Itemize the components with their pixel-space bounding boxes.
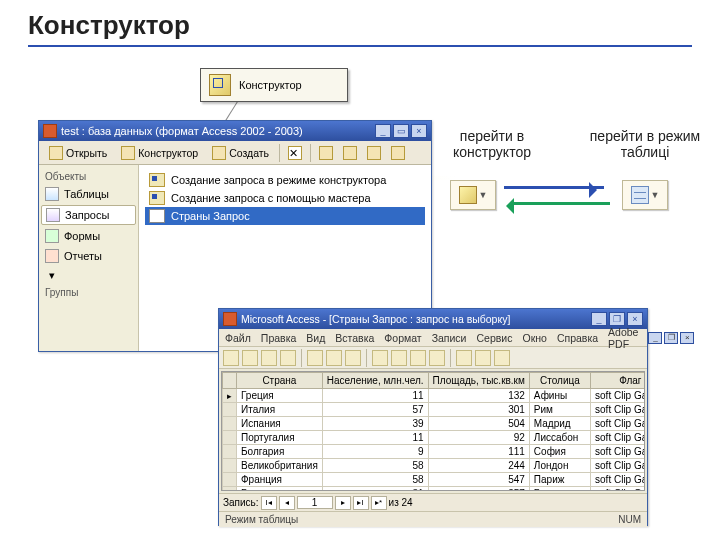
paste-button[interactable] — [345, 350, 361, 366]
list-item[interactable]: Создание запроса в режиме конструктора — [145, 171, 425, 189]
column-header[interactable]: Столица — [529, 373, 590, 389]
inner-minimize-button[interactable]: _ — [648, 332, 662, 344]
list-item-selected[interactable]: Страны Запрос — [145, 207, 425, 225]
data-grid[interactable]: Страна Население, млн.чел. Площадь, тыс.… — [221, 371, 645, 491]
preview-button[interactable] — [280, 350, 296, 366]
cell-area[interactable]: 504 — [428, 417, 529, 431]
cell-capital[interactable]: Афины — [529, 389, 590, 403]
cell-capital[interactable]: Лиссабон — [529, 431, 590, 445]
cell-area[interactable]: 547 — [428, 473, 529, 487]
row-selector[interactable] — [223, 473, 237, 487]
nav-next-button[interactable]: ▸ — [335, 496, 351, 510]
sidebar-item-queries[interactable]: Запросы — [41, 205, 136, 225]
cell-population[interactable]: 11 — [322, 431, 428, 445]
table-row[interactable]: Франция58547Парижsoft Clip Gallery — [223, 473, 646, 487]
new-record-button[interactable] — [456, 350, 472, 366]
sort-desc-button[interactable] — [391, 350, 407, 366]
column-header[interactable]: Флаг — [591, 373, 645, 389]
delete-button[interactable]: ✕ — [284, 144, 306, 162]
nav-first-button[interactable]: І◂ — [261, 496, 277, 510]
cell-country[interactable]: Италия — [237, 403, 323, 417]
cell-population[interactable]: 58 — [322, 473, 428, 487]
menu-window[interactable]: Окно — [522, 332, 546, 344]
cell-area[interactable]: 132 — [428, 389, 529, 403]
cell-capital[interactable]: Рим — [529, 403, 590, 417]
cell-population[interactable]: 81 — [322, 487, 428, 492]
cell-country[interactable]: Великобритания — [237, 459, 323, 473]
cell-population[interactable]: 11 — [322, 389, 428, 403]
cell-population[interactable]: 9 — [322, 445, 428, 459]
cell-country[interactable]: Франция — [237, 473, 323, 487]
cell-capital[interactable]: Бонн — [529, 487, 590, 492]
find-button[interactable] — [429, 350, 445, 366]
row-selector[interactable] — [223, 389, 237, 403]
delete-record-button[interactable] — [475, 350, 491, 366]
table-row[interactable]: Португалия1192Лиссабонsoft Clip Gallery — [223, 431, 646, 445]
datasheet-view-button[interactable]: ▼ — [622, 180, 668, 210]
cell-country[interactable]: Испания — [237, 417, 323, 431]
menu-edit[interactable]: Правка — [261, 332, 296, 344]
menu-tools[interactable]: Сервис — [477, 332, 513, 344]
table-row[interactable]: Германия81357Боннsoft Clip Gallery — [223, 487, 646, 492]
cell-capital[interactable]: Париж — [529, 473, 590, 487]
menu-help[interactable]: Справка — [557, 332, 598, 344]
menu-format[interactable]: Формат — [384, 332, 421, 344]
cell-population[interactable]: 58 — [322, 459, 428, 473]
view-button[interactable] — [223, 350, 239, 366]
help-button[interactable] — [494, 350, 510, 366]
menu-records[interactable]: Записи — [432, 332, 467, 344]
sidebar-item-reports[interactable]: Отчеты — [39, 246, 138, 266]
cell-capital[interactable]: Мадрид — [529, 417, 590, 431]
cell-flag[interactable]: soft Clip Gallery — [591, 403, 645, 417]
row-selector[interactable] — [223, 403, 237, 417]
copy-button[interactable] — [326, 350, 342, 366]
cell-flag[interactable]: soft Clip Gallery — [591, 487, 645, 492]
nav-prev-button[interactable]: ◂ — [279, 496, 295, 510]
row-selector-header[interactable] — [223, 373, 237, 389]
nav-position-input[interactable] — [297, 496, 333, 509]
row-selector[interactable] — [223, 459, 237, 473]
view-small-icons-button[interactable] — [339, 144, 361, 162]
inner-close-button[interactable]: × — [680, 332, 694, 344]
cell-country[interactable]: Болгария — [237, 445, 323, 459]
menu-file[interactable]: Файл — [225, 332, 251, 344]
cell-area[interactable]: 301 — [428, 403, 529, 417]
table-row[interactable]: Великобритания58244Лондонsoft Clip Galle… — [223, 459, 646, 473]
open-button[interactable]: Открыть — [43, 144, 113, 162]
cell-capital[interactable]: София — [529, 445, 590, 459]
cell-area[interactable]: 357 — [428, 487, 529, 492]
cell-capital[interactable]: Лондон — [529, 459, 590, 473]
inner-restore-button[interactable]: ❐ — [664, 332, 678, 344]
cell-flag[interactable]: soft Clip Gallery — [591, 389, 645, 403]
sidebar-item-forms[interactable]: Формы — [39, 226, 138, 246]
cell-flag[interactable]: soft Clip Gallery — [591, 417, 645, 431]
list-item[interactable]: Создание запроса с помощью мастера — [145, 189, 425, 207]
sidebar-item-tables[interactable]: Таблицы — [39, 184, 138, 204]
column-header[interactable]: Население, млн.чел. — [322, 373, 428, 389]
cell-flag[interactable]: soft Clip Gallery — [591, 445, 645, 459]
menu-insert[interactable]: Вставка — [335, 332, 374, 344]
cell-area[interactable]: 92 — [428, 431, 529, 445]
cell-flag[interactable]: soft Clip Gallery — [591, 459, 645, 473]
maximize-button[interactable]: ▭ — [393, 124, 409, 138]
row-selector[interactable] — [223, 445, 237, 459]
row-selector[interactable] — [223, 431, 237, 445]
table-row[interactable]: Италия57301Римsoft Clip Gallery — [223, 403, 646, 417]
cell-country[interactable]: Португалия — [237, 431, 323, 445]
cut-button[interactable] — [307, 350, 323, 366]
column-header[interactable]: Площадь, тыс.кв.км — [428, 373, 529, 389]
nav-new-button[interactable]: ▸* — [371, 496, 387, 510]
cell-country[interactable]: Греция — [237, 389, 323, 403]
minimize-button[interactable]: _ — [591, 312, 607, 326]
filter-button[interactable] — [410, 350, 426, 366]
designer-button[interactable]: Конструктор — [115, 144, 204, 162]
minimize-button[interactable]: _ — [375, 124, 391, 138]
cell-country[interactable]: Германия — [237, 487, 323, 492]
cell-flag[interactable]: soft Clip Gallery — [591, 473, 645, 487]
designer-view-button[interactable]: ▼ — [450, 180, 496, 210]
view-large-icons-button[interactable] — [315, 144, 337, 162]
cell-area[interactable]: 111 — [428, 445, 529, 459]
cell-population[interactable]: 39 — [322, 417, 428, 431]
cell-area[interactable]: 244 — [428, 459, 529, 473]
table-row[interactable]: Греция11132Афиныsoft Clip Gallery — [223, 389, 646, 403]
